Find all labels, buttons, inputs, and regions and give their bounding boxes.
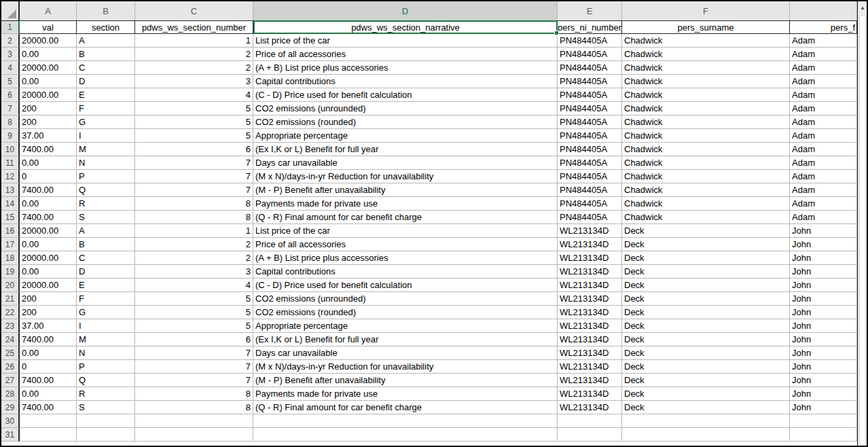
cell-B2[interactable]: A — [77, 34, 135, 48]
cell-C12[interactable]: 7 — [135, 170, 253, 183]
row-header-6[interactable]: 6 — [1, 88, 20, 102]
cell-C26[interactable]: 7 — [135, 360, 253, 374]
cell-E26[interactable]: WL213134D — [558, 360, 622, 374]
cell-A27[interactable]: 7400.00 — [20, 374, 77, 387]
cell-E10[interactable]: PN484405A — [558, 143, 622, 156]
cell-C6[interactable]: 4 — [135, 88, 253, 102]
cell-B18[interactable]: C — [77, 251, 135, 265]
cell-C10[interactable]: 6 — [135, 143, 253, 156]
cell-A4[interactable]: 20000.00 — [20, 61, 77, 75]
row-header-19[interactable]: 19 — [1, 265, 20, 279]
cell-C23[interactable]: 5 — [135, 319, 253, 333]
cell-C25[interactable]: 7 — [135, 346, 253, 360]
cell-D16[interactable]: List price of the car — [253, 224, 558, 238]
cell-E30[interactable] — [558, 414, 622, 428]
cell-A10[interactable]: 7400.00 — [20, 143, 77, 156]
cell-F22[interactable]: Deck — [622, 306, 790, 319]
cell-F6[interactable]: Chadwick — [622, 88, 790, 102]
cell-E29[interactable]: WL213134D — [558, 401, 622, 414]
fill-handle[interactable] — [554, 31, 559, 35]
cell-F10[interactable]: Chadwick — [622, 143, 790, 156]
cell-F3[interactable]: Chadwick — [622, 48, 790, 61]
cell-B21[interactable]: F — [77, 292, 135, 306]
cell-B6[interactable]: E — [77, 88, 135, 102]
cell-A1[interactable]: val — [20, 20, 77, 34]
select-all-button[interactable] — [1, 1, 20, 20]
cell-A13[interactable]: 7400.00 — [20, 183, 77, 197]
cell-C4[interactable]: 2 — [135, 61, 253, 75]
cell-E18[interactable]: WL213134D — [558, 251, 622, 265]
column-header-C[interactable]: C — [135, 1, 253, 20]
cell-C9[interactable]: 5 — [135, 129, 253, 143]
cell-E23[interactable]: WL213134D — [558, 319, 622, 333]
row-header-8[interactable]: 8 — [1, 115, 20, 129]
row-header-30[interactable]: 30 — [1, 414, 20, 428]
row-header-4[interactable]: 4 — [1, 61, 20, 75]
cell-F24[interactable]: Deck — [622, 333, 790, 346]
row-header-1[interactable]: 1 — [1, 20, 20, 34]
cell-G4[interactable]: Adam — [790, 61, 857, 75]
cell-F7[interactable]: Chadwick — [622, 102, 790, 115]
row-header-24[interactable]: 24 — [1, 333, 20, 346]
cell-A22[interactable]: 200 — [20, 306, 77, 319]
cell-E13[interactable]: PN484405A — [558, 183, 622, 197]
cell-E22[interactable]: WL213134D — [558, 306, 622, 319]
cell-G24[interactable]: John — [790, 333, 857, 346]
row-header-20[interactable]: 20 — [1, 279, 20, 292]
cell-E14[interactable]: PN484405A — [558, 197, 622, 211]
cell-A20[interactable]: 20000.00 — [20, 279, 77, 292]
row-header-16[interactable]: 16 — [1, 224, 20, 238]
vertical-scrollbar[interactable]: ▲ — [858, 1, 867, 446]
cell-B22[interactable]: G — [77, 306, 135, 319]
cell-B17[interactable]: B — [77, 238, 135, 251]
column-header-G[interactable] — [790, 1, 857, 20]
cell-F11[interactable]: Chadwick — [622, 156, 790, 170]
row-header-18[interactable]: 18 — [1, 251, 20, 265]
cell-B9[interactable]: I — [77, 129, 135, 143]
row-header-7[interactable]: 7 — [1, 102, 20, 115]
cell-G17[interactable]: John — [790, 238, 857, 251]
cell-B8[interactable]: G — [77, 115, 135, 129]
cell-F16[interactable]: Deck — [622, 224, 790, 238]
cell-D27[interactable]: (M - P) Benefit after unavailability — [253, 374, 558, 387]
cell-B23[interactable]: I — [77, 319, 135, 333]
cell-D7[interactable]: CO2 emissions (unrounded) — [253, 102, 558, 115]
cell-F19[interactable]: Deck — [622, 265, 790, 279]
cell-D4[interactable]: (A + B) List price plus accessories — [253, 61, 558, 75]
cell-B13[interactable]: Q — [77, 183, 135, 197]
cell-G5[interactable]: Adam — [790, 75, 857, 88]
cell-D17[interactable]: Price of all accessories — [253, 238, 558, 251]
row-header-22[interactable]: 22 — [1, 306, 20, 319]
cell-A15[interactable]: 7400.00 — [20, 211, 77, 224]
cell-D8[interactable]: CO2 emissions (rounded) — [253, 115, 558, 129]
row-header-2[interactable]: 2 — [1, 34, 20, 48]
cell-F28[interactable]: Deck — [622, 387, 790, 401]
cell-B30[interactable] — [77, 414, 135, 428]
cell-G11[interactable]: Adam — [790, 156, 857, 170]
cell-B20[interactable]: E — [77, 279, 135, 292]
cell-F8[interactable]: Chadwick — [622, 115, 790, 129]
cell-E5[interactable]: PN484405A — [558, 75, 622, 88]
cell-A9[interactable]: 37.00 — [20, 129, 77, 143]
cell-G28[interactable]: John — [790, 387, 857, 401]
cell-A25[interactable]: 0.00 — [20, 346, 77, 360]
cell-D10[interactable]: (Ex I,K or L) Benefit for full year — [253, 143, 558, 156]
cell-D30[interactable] — [253, 414, 558, 428]
cell-C16[interactable]: 1 — [135, 224, 253, 238]
cell-C7[interactable]: 5 — [135, 102, 253, 115]
row-header-26[interactable]: 26 — [1, 360, 20, 374]
cell-B15[interactable]: S — [77, 211, 135, 224]
cell-C1[interactable]: pdws_ws_section_number — [135, 20, 253, 34]
cell-A12[interactable]: 0 — [20, 170, 77, 183]
cell-G29[interactable]: John — [790, 401, 857, 414]
cell-A31[interactable] — [20, 428, 77, 442]
row-header-15[interactable]: 15 — [1, 211, 20, 224]
cell-D25[interactable]: Days car unavailable — [253, 346, 558, 360]
cell-E24[interactable]: WL213134D — [558, 333, 622, 346]
cell-G19[interactable]: John — [790, 265, 857, 279]
cell-G7[interactable]: Adam — [790, 102, 857, 115]
cell-E12[interactable]: PN484405A — [558, 170, 622, 183]
cell-D19[interactable]: Capital contributions — [253, 265, 558, 279]
cell-B27[interactable]: Q — [77, 374, 135, 387]
row-header-27[interactable]: 27 — [1, 374, 20, 387]
